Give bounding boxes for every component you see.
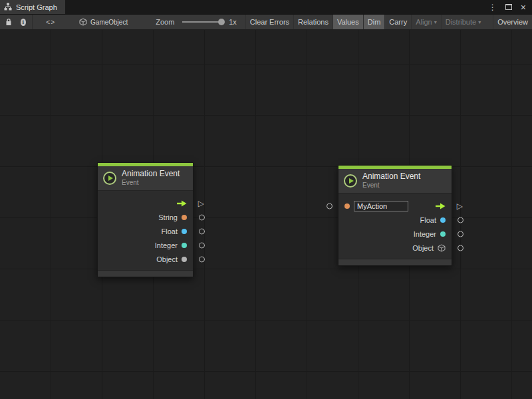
chevron-down-icon: ▾	[434, 19, 437, 25]
gameobject-label: GameObject	[90, 19, 128, 26]
port-label: Object	[412, 244, 434, 252]
tab-script-graph[interactable]: Script Graph	[0, 0, 65, 14]
float-type-icon	[440, 217, 446, 223]
zoom-value: 1x	[229, 18, 237, 26]
string-input-port[interactable]	[327, 203, 332, 209]
maximize-icon[interactable]	[505, 4, 512, 10]
relations-button[interactable]: Relations	[293, 15, 332, 30]
script-graph-icon	[4, 3, 12, 12]
close-icon[interactable]: ×	[521, 3, 526, 12]
output-row-integer: Integer	[338, 227, 452, 241]
node-header[interactable]: Animation Event Event	[98, 166, 193, 191]
string-type-icon	[344, 203, 350, 209]
distribute-button: Distribute ▾	[441, 15, 485, 30]
node-footer	[98, 270, 193, 277]
node-footer	[338, 259, 452, 265]
string-type-icon	[182, 215, 187, 220]
float-output-port[interactable]	[458, 217, 464, 223]
port-label: Integer	[155, 241, 178, 249]
event-play-icon	[103, 172, 116, 185]
tab-label: Script Graph	[16, 3, 57, 11]
flow-arrow-icon	[435, 203, 446, 209]
node-subtitle: Event	[122, 179, 180, 186]
event-play-icon	[344, 174, 357, 188]
flow-output-row: ▷	[98, 196, 193, 210]
integer-output-port[interactable]	[458, 231, 464, 237]
integer-output-port[interactable]	[199, 242, 205, 248]
align-button: Align ▾	[411, 15, 440, 30]
float-output-port[interactable]	[199, 228, 205, 234]
toolbar-separator	[32, 15, 33, 30]
kebab-menu-icon[interactable]: ⋮	[489, 3, 497, 11]
flow-output-port[interactable]: ▷	[457, 201, 463, 209]
integer-type-icon	[440, 231, 446, 237]
object-cube-icon	[438, 244, 446, 252]
node-header[interactable]: Animation Event Event	[338, 169, 452, 194]
string-output-port[interactable]	[199, 214, 205, 220]
output-row-object: Object	[98, 252, 193, 266]
target-gameobject-button[interactable]: GameObject	[79, 18, 128, 26]
graph-toolbar: i <> GameObject Zoom 1x Clear Errors Rel…	[0, 15, 532, 30]
string-input-row: ▷	[338, 199, 452, 213]
lock-icon[interactable]	[5, 15, 13, 29]
action-name-field[interactable]	[354, 201, 408, 211]
float-type-icon	[182, 229, 187, 234]
overview-button[interactable]: Overview	[493, 15, 532, 30]
output-row-float: Float	[98, 224, 193, 238]
port-label: Object	[156, 255, 178, 263]
carry-button[interactable]: Carry	[384, 15, 411, 30]
toolbar-buttons: Clear Errors Relations Values Dim Carry …	[245, 15, 532, 30]
object-output-port[interactable]	[458, 245, 464, 251]
clear-errors-button[interactable]: Clear Errors	[245, 15, 293, 30]
graph-canvas[interactable]: Animation Event Event ▷ String F	[0, 30, 532, 399]
port-label: Float	[420, 216, 436, 224]
port-label: String	[158, 213, 178, 221]
integer-type-icon	[182, 243, 187, 248]
node-animation-event-1[interactable]: Animation Event Event ▷ String F	[97, 162, 194, 277]
zoom-slider-handle[interactable]	[218, 19, 225, 25]
object-output-port[interactable]	[199, 256, 205, 262]
port-label: Float	[162, 227, 178, 235]
node-body: ▷ String Float Integer Object	[98, 191, 193, 270]
node-animation-event-2[interactable]: Animation Event Event ▷ Float	[338, 165, 452, 266]
flow-output-port[interactable]: ▷	[198, 199, 204, 207]
chevron-down-icon: ▾	[478, 19, 481, 25]
node-subtitle: Event	[362, 182, 420, 189]
zoom-slider[interactable]	[182, 21, 222, 23]
node-body: ▷ Float Integer Object	[338, 194, 452, 259]
object-type-icon	[182, 257, 187, 262]
info-icon[interactable]: i	[21, 19, 26, 26]
values-button[interactable]: Values	[332, 15, 363, 30]
output-row-object: Object	[338, 241, 452, 255]
output-row-integer: Integer	[98, 238, 193, 252]
code-icon[interactable]: <>	[46, 15, 55, 29]
dim-button[interactable]: Dim	[363, 15, 385, 30]
output-row-float: Float	[338, 213, 452, 227]
node-title: Animation Event	[122, 170, 180, 178]
zoom-label: Zoom	[156, 18, 174, 26]
node-title: Animation Event	[362, 172, 420, 181]
port-label: Integer	[414, 230, 436, 238]
flow-arrow-icon	[176, 200, 187, 207]
output-row-string: String	[98, 210, 193, 224]
gameobject-icon	[79, 18, 87, 26]
tab-bar: Script Graph ⋮ ×	[0, 0, 532, 15]
